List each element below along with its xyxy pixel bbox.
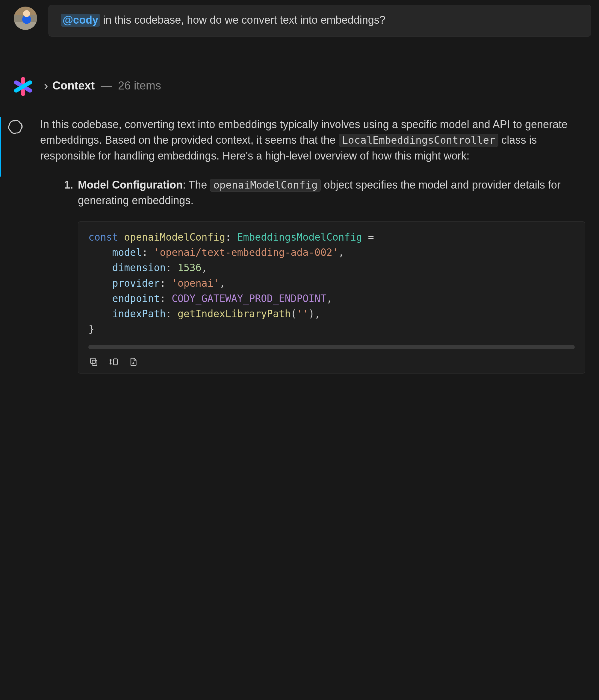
list-item-title: Model Configuration — [78, 179, 183, 191]
list-item-text: : The — [183, 179, 210, 191]
inline-code-localembeddings: LocalEmbeddingsController — [339, 134, 499, 147]
accent-bar — [0, 117, 1, 177]
code-toolbar — [78, 352, 585, 368]
list-number: 1. — [64, 177, 73, 374]
mention-cody[interactable]: @cody — [61, 14, 100, 27]
svg-rect-5 — [114, 359, 117, 365]
code-content: const openaiModelConfig: EmbeddingsModel… — [88, 229, 575, 337]
user-message-bubble: @cody in this codebase, how do we conver… — [49, 5, 591, 36]
answer-ordered-list: 1. Model Configuration: The openaiModelC… — [64, 177, 585, 374]
new-file-icon[interactable] — [128, 356, 139, 367]
user-avatar — [14, 6, 37, 30]
context-toggle[interactable]: › Context — 26 items — [44, 77, 161, 94]
list-item: 1. Model Configuration: The openaiModelC… — [64, 177, 585, 374]
insert-at-cursor-icon[interactable] — [108, 356, 119, 367]
separator-dash: — — [101, 77, 112, 94]
svg-point-6 — [110, 359, 111, 360]
code-scroll[interactable]: const openaiModelConfig: EmbeddingsModel… — [78, 222, 585, 340]
cody-logo-icon — [14, 77, 32, 96]
context-row: › Context — 26 items — [2, 75, 591, 96]
horizontal-scrollbar[interactable] — [88, 345, 575, 349]
inline-code-openaimodelconfig: openaiModelConfig — [210, 179, 321, 192]
answer-paragraph-1: In this codebase, converting text into e… — [40, 117, 585, 164]
openai-logo-icon — [7, 119, 24, 135]
assistant-answer-body: In this codebase, converting text into e… — [40, 117, 591, 374]
svg-rect-3 — [92, 360, 97, 366]
user-message-row: @cody in this codebase, how do we conver… — [2, 5, 591, 36]
chevron-right-icon: › — [44, 79, 48, 92]
svg-point-7 — [110, 363, 111, 364]
svg-rect-4 — [91, 358, 95, 363]
code-block: const openaiModelConfig: EmbeddingsModel… — [78, 222, 585, 374]
copy-icon[interactable] — [88, 356, 99, 367]
context-count: 26 items — [118, 77, 161, 94]
user-question-text: in this codebase, how do we convert text… — [100, 14, 385, 26]
context-label: Context — [52, 77, 95, 94]
assistant-answer-row: In this codebase, converting text into e… — [2, 117, 591, 374]
